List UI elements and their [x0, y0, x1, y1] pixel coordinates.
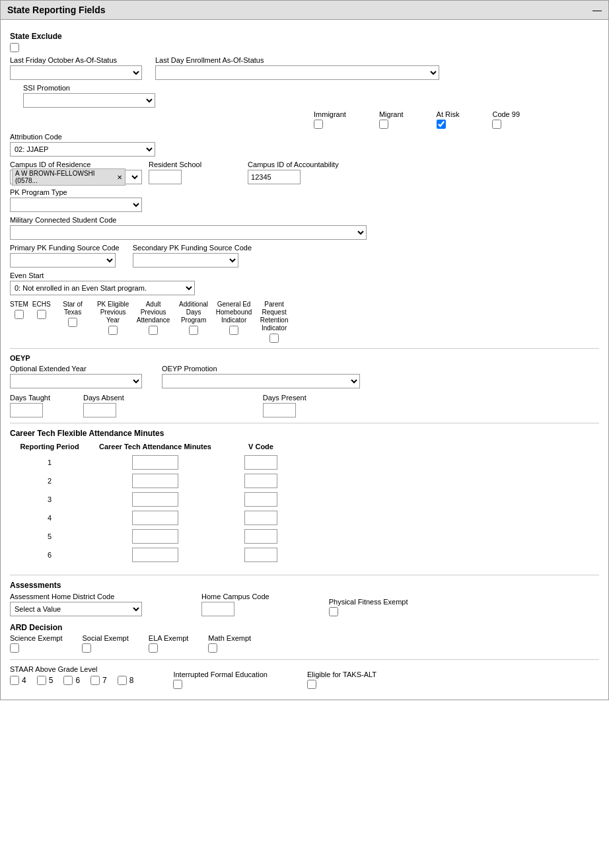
echs-checkbox[interactable]: [37, 310, 46, 319]
campus-residence-select[interactable]: ▼: [127, 172, 140, 182]
attribution-select[interactable]: 02: JJAEP: [10, 142, 155, 157]
social-exempt-checkbox[interactable]: [82, 643, 91, 653]
staar-grade-5-checkbox[interactable]: [37, 676, 46, 685]
minutes-input-2[interactable]: [132, 474, 178, 488]
adult-prev-checkbox[interactable]: [149, 326, 158, 335]
secondary-pk-group: Secondary PK Funding Source Code: [133, 244, 252, 268]
immigrant-group: Immigrant: [314, 110, 346, 129]
days-absent-input[interactable]: [83, 403, 116, 417]
science-exempt-checkbox[interactable]: [10, 643, 19, 653]
resident-school-input[interactable]: [149, 170, 182, 184]
minimize-button[interactable]: —: [592, 5, 602, 15]
staar-grade-8-checkbox[interactable]: [118, 676, 127, 685]
even-start-select[interactable]: 0: Not enrolled in an Even Start program…: [10, 281, 195, 295]
career-tech-row-6: 6: [10, 546, 599, 564]
vcode-cell-3: [228, 492, 294, 507]
oeyp-promotion-select[interactable]: [162, 374, 360, 388]
minutes-input-1[interactable]: [132, 455, 178, 470]
additional-days-col-label: Additional Days Program: [176, 301, 212, 324]
career-tech-row-5: 5: [10, 527, 599, 546]
days-present-input[interactable]: [263, 403, 296, 417]
days-present-group: Days Present: [263, 394, 306, 417]
staar-grade-7-checkbox[interactable]: [90, 676, 100, 685]
at-risk-checkbox[interactable]: [437, 120, 446, 129]
vcode-cell-2: [228, 474, 294, 488]
ard-section-label: ARD Decision: [10, 623, 599, 632]
home-campus-input[interactable]: [201, 602, 234, 616]
code99-checkbox[interactable]: [492, 120, 501, 129]
immigrant-checkbox[interactable]: [314, 120, 323, 129]
physical-fitness-checkbox[interactable]: [329, 607, 338, 616]
even-start-label: Even Start: [10, 271, 599, 279]
science-exempt-group: Science Exempt: [10, 634, 62, 653]
staar-grade-8-label: 8: [129, 676, 134, 685]
ela-exempt-checkbox[interactable]: [149, 643, 158, 653]
campus-accountability-label: Campus ID of Accountability: [248, 161, 339, 168]
pk-program-label: PK Program Type: [10, 188, 599, 196]
taks-alt-checkbox[interactable]: [307, 680, 316, 689]
campus-residence-input[interactable]: A W BROWN-FELLOWSHI (0578... ✕ ▼: [10, 170, 142, 184]
star-texas-checkbox[interactable]: [68, 318, 77, 327]
parent-request-checkbox[interactable]: [269, 334, 279, 343]
career-tech-row-1: 1: [10, 453, 599, 472]
last-day-group: Last Day Enrollment As-Of-Status: [155, 56, 439, 80]
math-exempt-label: Math Exempt: [208, 634, 251, 642]
primary-pk-select[interactable]: [10, 253, 116, 268]
days-taught-input[interactable]: [10, 403, 43, 417]
staar-grade-6-checkbox[interactable]: [63, 676, 73, 685]
career-tech-row-3: 3: [10, 490, 599, 509]
minutes-input-3[interactable]: [132, 492, 178, 507]
career-tech-rows: 1 2 3 4: [10, 453, 599, 564]
ssi-select[interactable]: [23, 93, 155, 108]
staar-row: STAAR Above Grade Level 4 5 6: [10, 665, 599, 689]
military-group: Military Connected Student Code: [10, 216, 599, 240]
military-select[interactable]: [10, 225, 367, 240]
campus-tag-close[interactable]: ✕: [117, 174, 122, 181]
minutes-input-6[interactable]: [132, 548, 178, 562]
pk-program-select[interactable]: [10, 198, 142, 212]
divider-4: [10, 659, 599, 660]
minutes-input-5[interactable]: [132, 529, 178, 544]
campus-accountability-input[interactable]: [248, 170, 301, 184]
attribution-label: Attribution Code: [10, 133, 155, 141]
vcode-input-1[interactable]: [244, 455, 277, 470]
vcode-cell-1: [228, 455, 294, 470]
vcode-cell-5: [228, 529, 294, 544]
secondary-pk-select[interactable]: [133, 253, 238, 268]
optional-ext-year-select[interactable]: [10, 374, 142, 388]
secondary-pk-label: Secondary PK Funding Source Code: [133, 244, 252, 252]
math-exempt-checkbox[interactable]: [208, 643, 217, 653]
migrant-checkbox[interactable]: [379, 120, 388, 129]
taks-alt-group: Eligible for TAKS-ALT: [307, 670, 376, 689]
last-friday-select[interactable]: [10, 65, 142, 80]
days-taught-label: Days Taught: [10, 394, 50, 402]
state-exclude-row: [10, 43, 599, 52]
staar-grade-6: 6: [63, 676, 80, 685]
taks-alt-label: Eligible for TAKS-ALT: [307, 670, 376, 678]
vcode-input-3[interactable]: [244, 492, 277, 507]
divider-3: [10, 575, 599, 575]
vcode-input-2[interactable]: [244, 474, 277, 488]
staar-grade-4-checkbox[interactable]: [10, 676, 19, 685]
stem-checkbox[interactable]: [15, 310, 24, 319]
pk-eligible-checkbox[interactable]: [108, 326, 118, 335]
attribution-row: Attribution Code 02: JJAEP: [10, 133, 599, 157]
general-ed-checkbox[interactable]: [229, 326, 238, 335]
home-district-select[interactable]: Select a Value: [10, 602, 142, 616]
campus-tag-value: A W BROWN-FELLOWSHI (0578...: [15, 170, 116, 184]
state-exclude-checkbox[interactable]: [10, 43, 19, 52]
staar-grade-4: 4: [10, 676, 26, 685]
minutes-input-4[interactable]: [132, 511, 178, 525]
vcode-input-4[interactable]: [244, 511, 277, 525]
period-label-5: 5: [17, 532, 83, 540]
vcode-input-6[interactable]: [244, 548, 277, 562]
vcode-input-5[interactable]: [244, 529, 277, 544]
divider-1: [10, 348, 599, 349]
last-day-select[interactable]: [155, 65, 439, 80]
days-row: Days Taught Days Absent Days Present: [10, 394, 599, 417]
interrupted-checkbox[interactable]: [173, 680, 182, 689]
primary-pk-group: Primary PK Funding Source Code: [10, 244, 120, 268]
additional-days-checkbox[interactable]: [189, 326, 198, 335]
ela-exempt-group: ELA Exempt: [149, 634, 189, 653]
ssi-flags-row: SSI Promotion: [10, 84, 599, 108]
